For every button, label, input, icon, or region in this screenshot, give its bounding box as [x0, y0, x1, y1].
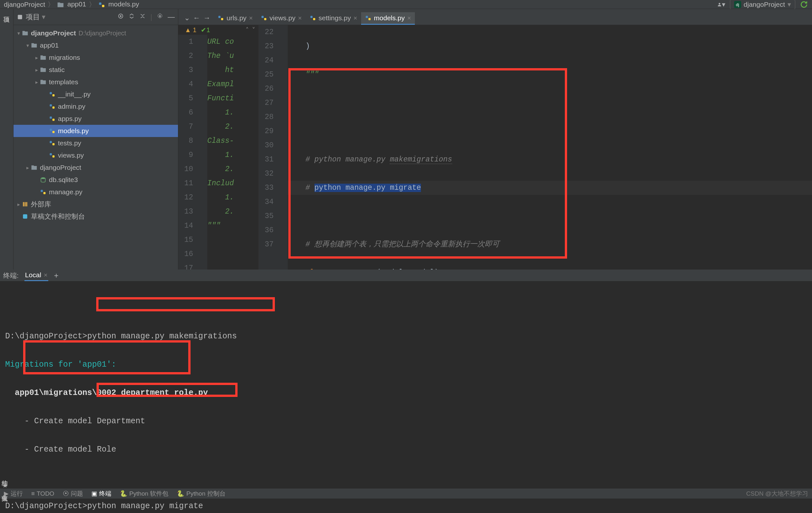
chevron-right-icon: 〉: [89, 0, 95, 9]
close-icon[interactable]: ×: [249, 14, 253, 22]
editor-tab[interactable]: settings.py×: [306, 12, 361, 25]
collapse-all-icon[interactable]: [139, 13, 146, 21]
svg-rect-34: [366, 16, 368, 18]
tree-item-label: manage.py: [49, 188, 82, 196]
editor-tab[interactable]: urls.py×: [214, 12, 257, 25]
tree-item-hint: D:\djangoProject: [79, 30, 126, 37]
tree-item[interactable]: ▸templates: [13, 76, 178, 88]
svg-text:dj: dj: [736, 2, 739, 7]
svg-rect-5: [18, 15, 22, 19]
chevron-down-icon[interactable]: ˅: [252, 26, 255, 34]
breadcrumb-app[interactable]: app01: [57, 0, 86, 8]
reload-icon[interactable]: [800, 0, 808, 9]
tree-item[interactable]: views.py: [13, 149, 178, 161]
tree-item[interactable]: ▾app01: [13, 39, 178, 52]
breadcrumb-project[interactable]: djangoProject: [4, 1, 45, 8]
run-config-selector[interactable]: dj djangoProject ▾: [730, 0, 795, 9]
tab-nav-right-icon[interactable]: →: [203, 14, 210, 22]
tree-arrow-icon[interactable]: ▸: [16, 201, 21, 207]
python-file-icon: [310, 15, 316, 21]
editor-tab[interactable]: models.py×: [361, 12, 415, 25]
svg-rect-32: [310, 16, 313, 18]
tree-item[interactable]: apps.py: [13, 113, 178, 125]
tree-arrow-icon[interactable]: ▾: [16, 30, 21, 36]
tree-item-label: static: [49, 66, 65, 74]
chevron-down-icon[interactable]: ▾: [42, 13, 46, 21]
tree-item[interactable]: admin.py: [13, 100, 178, 113]
close-icon[interactable]: ×: [44, 271, 48, 279]
user-avatar-icon[interactable]: ▾: [717, 1, 725, 8]
chevron-down-icon: ▾: [787, 1, 791, 8]
project-panel-title: 项目: [26, 12, 40, 22]
tree-item-label: app01: [40, 41, 59, 49]
python-file-icon: [48, 128, 56, 134]
tree-item[interactable]: __init__.py: [13, 88, 178, 100]
tab-dropdown-icon[interactable]: ⌄: [184, 14, 190, 22]
editor-tab[interactable]: views.py×: [257, 12, 306, 25]
folder-icon: [39, 54, 47, 61]
terminal-title: 终端:: [3, 271, 19, 280]
new-terminal-icon[interactable]: +: [54, 271, 59, 280]
tree-arrow-icon[interactable]: ▾: [25, 42, 30, 49]
tree-item[interactable]: ▾djangoProjectD:\djangoProject: [13, 27, 178, 39]
editor-pane-left[interactable]: ▲ 1 ✔1 ˄˅ 1234567891011121314151617 URL …: [178, 25, 259, 270]
scratch-icon: [21, 213, 29, 220]
python-file-icon: [218, 15, 224, 21]
tree-item[interactable]: ▸外部库: [13, 198, 178, 210]
tree-item-label: __init__.py: [58, 90, 91, 98]
hide-icon[interactable]: —: [168, 13, 175, 21]
svg-rect-9: [50, 92, 52, 94]
tree-item[interactable]: manage.py: [13, 186, 178, 198]
tree-item-label: 外部库: [31, 200, 51, 209]
close-icon[interactable]: ×: [407, 14, 411, 22]
tree-item[interactable]: models.py: [13, 125, 178, 137]
tree-arrow-icon[interactable]: ▸: [34, 79, 39, 85]
close-icon[interactable]: ×: [298, 14, 302, 22]
svg-rect-22: [41, 190, 43, 192]
svg-rect-23: [44, 192, 46, 194]
tree-item[interactable]: tests.py: [13, 137, 178, 149]
folder-icon: [57, 1, 64, 8]
check-icon[interactable]: ✔1: [201, 26, 210, 34]
chevron-up-icon[interactable]: ˄: [245, 26, 249, 34]
svg-rect-1: [102, 5, 104, 7]
tree-item-label: 草稿文件和控制台: [31, 212, 85, 221]
locate-icon[interactable]: [117, 13, 124, 21]
tree-item[interactable]: ▸static: [13, 64, 178, 76]
expand-all-icon[interactable]: [128, 13, 135, 21]
terminal-output[interactable]: D:\djangoProject>python manage.py makemi…: [0, 281, 812, 513]
breadcrumb-file[interactable]: models.py: [98, 0, 139, 8]
folder-icon: [21, 30, 29, 36]
python-file-icon: [48, 91, 56, 97]
svg-rect-30: [261, 16, 264, 18]
svg-rect-31: [264, 18, 266, 20]
svg-rect-12: [53, 107, 55, 109]
tab-nav-left-icon[interactable]: ←: [193, 14, 200, 22]
folder-icon: [30, 42, 38, 49]
tree-item[interactable]: db.sqlite3: [13, 174, 178, 186]
project-tree[interactable]: ▾djangoProjectD:\djangoProject▾app01▸mig…: [13, 25, 178, 270]
svg-rect-14: [53, 119, 55, 121]
warning-icon[interactable]: ▲ 1: [185, 26, 196, 34]
folder-icon: [39, 67, 47, 73]
tree-arrow-icon[interactable]: ▸: [25, 165, 30, 171]
tree-item[interactable]: 草稿文件和控制台: [13, 210, 178, 222]
tree-item-label: templates: [49, 78, 78, 86]
gear-icon[interactable]: [157, 13, 163, 21]
svg-rect-25: [25, 202, 25, 206]
tree-arrow-icon[interactable]: ▸: [34, 55, 39, 61]
svg-rect-28: [219, 16, 221, 18]
top-toolbar: djangoProject 〉 app01 〉 models.py ▾ dj d…: [0, 0, 812, 9]
tree-item[interactable]: ▸migrations: [13, 52, 178, 64]
project-icon: [17, 14, 23, 20]
svg-rect-19: [50, 153, 52, 155]
library-icon: [21, 201, 29, 207]
left-tool-rail: 项目: [0, 9, 13, 270]
tree-arrow-icon[interactable]: ▸: [34, 67, 39, 73]
tree-item[interactable]: ▸djangoProject: [13, 161, 178, 174]
tree-item-label: djangoProject: [31, 29, 76, 37]
editor-pane-right[interactable]: 22232425262728293031323334353637 ) """ #…: [259, 25, 812, 270]
close-icon[interactable]: ×: [353, 14, 357, 22]
rail-favorites-tab[interactable]: ★ 收藏夹: [1, 482, 9, 490]
terminal-tab-local[interactable]: Local ×: [25, 270, 48, 281]
